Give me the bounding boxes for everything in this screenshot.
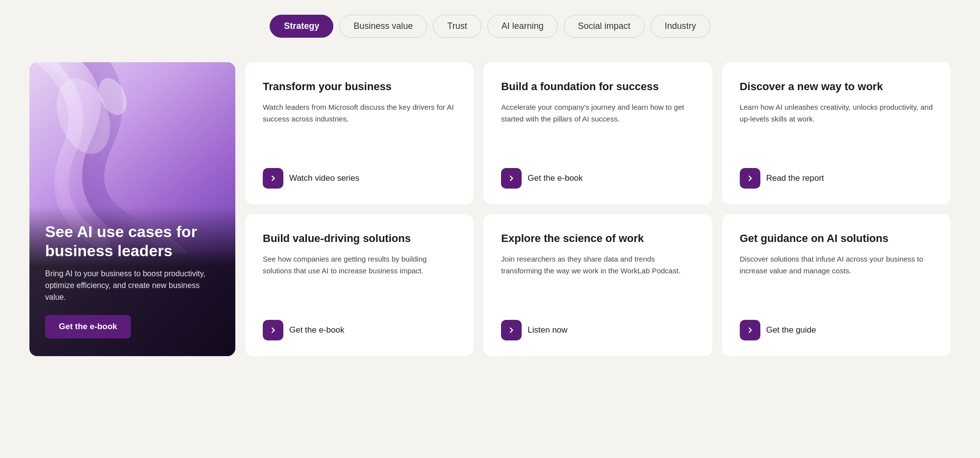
hero-card: See AI use cases for business leaders Br…: [29, 62, 235, 356]
card-science: Explore the science of work Join researc…: [483, 214, 712, 356]
card-guidance: Get guidance on AI solutions Discover so…: [722, 214, 951, 356]
tab-ai-learning[interactable]: AI learning: [487, 15, 558, 38]
tab-industry[interactable]: Industry: [651, 15, 710, 38]
card-foundation-action-label: Get the e-book: [528, 173, 582, 183]
card-new-way-content: Discover a new way to work Learn how AI …: [740, 80, 933, 125]
card-science-action-label: Listen now: [528, 325, 567, 335]
chevron-right-svg-5: [506, 325, 516, 335]
card-new-way-action[interactable]: Read the report: [740, 168, 933, 189]
card-transform-action-label: Watch video series: [289, 173, 359, 183]
card-foundation-title: Build a foundation for success: [501, 80, 694, 94]
card-solutions-action-label: Get the e-book: [289, 325, 344, 335]
card-guidance-action-label: Get the guide: [766, 325, 816, 335]
tab-social-impact[interactable]: Social impact: [564, 15, 645, 38]
chevron-right-icon-6: [740, 320, 760, 340]
card-new-way-desc: Learn how AI unleashes creativity, unloc…: [740, 101, 933, 125]
card-science-content: Explore the science of work Join researc…: [501, 232, 694, 277]
card-foundation-desc: Accelerate your company's journey and le…: [501, 101, 694, 125]
card-new-way-action-label: Read the report: [766, 173, 824, 183]
card-science-action[interactable]: Listen now: [501, 320, 694, 340]
card-guidance-title: Get guidance on AI solutions: [740, 232, 933, 245]
card-solutions-desc: See how companies are getting results by…: [263, 253, 456, 277]
card-science-title: Explore the science of work: [501, 232, 694, 245]
hero-title: See AI use cases for business leaders: [45, 222, 220, 260]
chevron-right-svg-4: [268, 325, 278, 335]
card-foundation-content: Build a foundation for success Accelerat…: [501, 80, 694, 125]
content-grid: See AI use cases for business leaders Br…: [29, 62, 951, 356]
chevron-right-icon-3: [740, 168, 760, 189]
chevron-right-svg-2: [506, 173, 516, 183]
chevron-right-svg-3: [745, 173, 755, 183]
card-new-way: Discover a new way to work Learn how AI …: [722, 62, 951, 204]
tab-business-value[interactable]: Business value: [339, 15, 427, 38]
hero-overlay: See AI use cases for business leaders Br…: [29, 207, 235, 356]
card-solutions: Build value-driving solutions See how co…: [245, 214, 474, 356]
card-guidance-desc: Discover solutions that infuse AI across…: [740, 253, 933, 277]
card-guidance-content: Get guidance on AI solutions Discover so…: [740, 232, 933, 277]
chevron-right-icon-2: [501, 168, 522, 189]
chevron-right-icon-4: [263, 320, 283, 340]
card-foundation: Build a foundation for success Accelerat…: [483, 62, 712, 204]
card-transform-title: Transform your business: [263, 80, 456, 94]
card-guidance-action[interactable]: Get the guide: [740, 320, 933, 340]
card-solutions-action[interactable]: Get the e-book: [263, 320, 456, 340]
chevron-right-icon-5: [501, 320, 522, 340]
tab-trust[interactable]: Trust: [433, 15, 481, 38]
card-transform: Transform your business Watch leaders fr…: [245, 62, 474, 204]
tabs-row: Strategy Business value Trust AI learnin…: [29, 10, 951, 38]
card-solutions-content: Build value-driving solutions See how co…: [263, 232, 456, 277]
card-foundation-action[interactable]: Get the e-book: [501, 168, 694, 189]
page-container: Strategy Business value Trust AI learnin…: [0, 0, 980, 386]
card-transform-action[interactable]: Watch video series: [263, 168, 456, 189]
card-transform-desc: Watch leaders from Microsoft discuss the…: [263, 101, 456, 125]
card-new-way-title: Discover a new way to work: [740, 80, 933, 94]
hero-desc: Bring AI to your business to boost produ…: [45, 268, 220, 303]
card-science-desc: Join researchers as they share data and …: [501, 253, 694, 277]
chevron-right-svg: [268, 173, 278, 183]
card-transform-content: Transform your business Watch leaders fr…: [263, 80, 456, 125]
chevron-right-icon: [263, 168, 283, 189]
hero-cta-button[interactable]: Get the e-book: [45, 315, 131, 338]
tab-strategy[interactable]: Strategy: [270, 15, 333, 38]
card-solutions-title: Build value-driving solutions: [263, 232, 456, 245]
chevron-right-svg-6: [745, 325, 755, 335]
